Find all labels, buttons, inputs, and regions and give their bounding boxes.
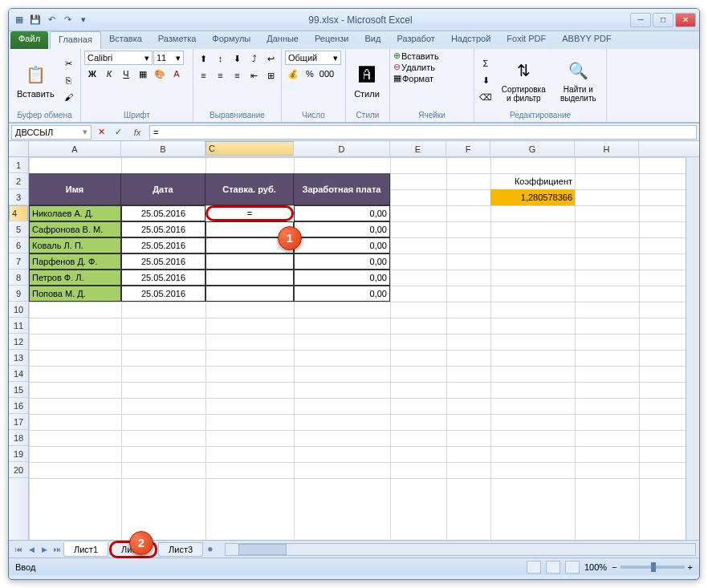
column-header-F[interactable]: F [446, 141, 490, 156]
view-pagelayout-icon[interactable] [546, 561, 560, 574]
cell-C8[interactable] [205, 270, 294, 286]
border-button[interactable]: ▦ [135, 66, 151, 82]
row-header-16[interactable]: 16 [9, 398, 28, 414]
tab-insert[interactable]: Вставка [101, 31, 150, 49]
row-header-14[interactable]: 14 [9, 366, 28, 382]
save-icon[interactable]: 💾 [28, 13, 43, 27]
sheet-tab-1[interactable]: Лист1 [63, 542, 108, 557]
cell-C9[interactable] [205, 286, 294, 302]
row-header-4[interactable]: 4 [9, 205, 28, 221]
cell-B7[interactable]: 25.05.2016 [121, 253, 205, 270]
tab-nav-first-icon[interactable]: ⏮ [12, 543, 25, 556]
cell-A6[interactable]: Коваль Л. П. [29, 237, 121, 253]
zoom-slider[interactable] [621, 566, 685, 569]
orientation-icon[interactable]: ⤴ [246, 51, 262, 67]
row-header-8[interactable]: 8 [9, 270, 28, 286]
zoom-in-icon[interactable]: + [688, 562, 693, 572]
tab-foxit[interactable]: Foxit PDF [498, 31, 554, 49]
tab-abbyy[interactable]: ABBYY PDF [554, 31, 620, 49]
cut-icon[interactable]: ✂ [61, 55, 77, 71]
format-painter-icon[interactable]: 🖌 [61, 89, 77, 105]
align-left-icon[interactable]: ≡ [196, 67, 212, 83]
tab-file[interactable]: Файл [10, 31, 48, 49]
autosum-icon[interactable]: Σ [478, 55, 494, 71]
cell-A2[interactable]: Имя [29, 173, 121, 205]
align-middle-icon[interactable]: ↕ [213, 51, 229, 67]
find-select-button[interactable]: 🔍 Найти и выделить [554, 56, 603, 104]
underline-button[interactable]: Ч [118, 66, 134, 82]
cells-delete-button[interactable]: ⊖Удалить [393, 62, 470, 72]
align-bottom-icon[interactable]: ⬇ [230, 51, 246, 67]
cell-D8[interactable]: 0,00 [294, 270, 390, 286]
indent-dec-icon[interactable]: ⇤ [246, 67, 262, 83]
row-header-7[interactable]: 7 [9, 253, 28, 270]
row-header-19[interactable]: 19 [9, 446, 28, 462]
select-all-corner[interactable] [9, 141, 29, 157]
cell-B6[interactable]: 25.05.2016 [121, 237, 205, 253]
sort-filter-button[interactable]: ⇅ Сортировка и фильтр [495, 56, 552, 104]
maximize-button[interactable]: □ [653, 13, 673, 27]
tab-view[interactable]: Вид [357, 31, 389, 49]
name-box[interactable]: ДВССЫЛ▾ [11, 125, 92, 140]
accept-formula-icon[interactable]: ✓ [110, 125, 126, 140]
cell-D2[interactable]: Заработная плата [294, 173, 390, 205]
fill-icon[interactable]: ⬇ [478, 72, 494, 88]
row-header-13[interactable]: 13 [9, 350, 28, 366]
cell-G2[interactable]: Коэффициент [490, 173, 575, 189]
horizontal-scrollbar[interactable] [225, 543, 696, 556]
styles-button[interactable]: 🅰 Стили [349, 60, 385, 100]
copy-icon[interactable]: ⎘ [61, 72, 77, 88]
cell-C2[interactable]: Ставка. руб. [205, 173, 294, 205]
zoom-control[interactable]: − + [612, 562, 693, 572]
formula-input[interactable]: = [149, 125, 697, 140]
cell-G3[interactable]: 1,280578366 [490, 189, 575, 205]
merge-icon[interactable]: ⊞ [263, 67, 279, 83]
wrap-icon[interactable]: ↩ [263, 51, 279, 67]
tab-nav-next-icon[interactable]: ▶ [38, 543, 51, 556]
cell-D6[interactable]: 0,00 [294, 237, 390, 253]
cell-A9[interactable]: Попова М. Д. [29, 286, 121, 302]
tab-data[interactable]: Данные [258, 31, 307, 49]
font-color-button[interactable]: A [169, 66, 185, 82]
cell-B8[interactable]: 25.05.2016 [121, 270, 205, 286]
cell-A5[interactable]: Сафронова В. М. [29, 221, 121, 237]
comma-icon[interactable]: 000 [319, 66, 335, 82]
undo-icon[interactable]: ↶ [44, 13, 59, 27]
row-header-17[interactable]: 17 [9, 414, 28, 430]
close-button[interactable]: ✕ [675, 13, 696, 27]
row-header-15[interactable]: 15 [9, 382, 28, 398]
tab-nav-prev-icon[interactable]: ◀ [25, 543, 38, 556]
cell-C7[interactable] [205, 253, 294, 270]
row-header-20[interactable]: 20 [9, 462, 28, 478]
column-header-G[interactable]: G [490, 141, 575, 156]
row-header-6[interactable]: 6 [9, 237, 28, 253]
cells-format-button[interactable]: ▦Формат [393, 73, 470, 83]
align-right-icon[interactable]: ≡ [230, 67, 246, 83]
row-header-18[interactable]: 18 [9, 430, 28, 446]
cell-A4[interactable]: Николаев А. Д. [29, 205, 121, 221]
row-header-5[interactable]: 5 [9, 221, 28, 237]
row-header-12[interactable]: 12 [9, 334, 28, 350]
font-family-select[interactable]: Calibri▾ [84, 51, 153, 65]
new-sheet-icon[interactable]: ✸ [204, 543, 217, 556]
column-header-E[interactable]: E [390, 141, 446, 156]
number-format-select[interactable]: Общий▾ [285, 51, 341, 65]
qat-dropdown-icon[interactable]: ▾ [76, 13, 91, 27]
tab-formulas[interactable]: Формулы [204, 31, 258, 49]
align-center-icon[interactable]: ≡ [213, 67, 229, 83]
fx-icon[interactable]: fx [129, 125, 145, 140]
paste-button[interactable]: 📋 Вставить [12, 60, 59, 100]
row-header-10[interactable]: 10 [9, 302, 28, 318]
cell-B4[interactable]: 25.05.2016 [121, 205, 205, 221]
row-header-9[interactable]: 9 [9, 286, 28, 302]
sheet-tab-3[interactable]: Лист3 [158, 542, 203, 557]
cells-insert-button[interactable]: ⊕Вставить [393, 51, 470, 61]
align-top-icon[interactable]: ⬆ [196, 51, 212, 67]
cell-C4[interactable]: = [205, 205, 294, 221]
fill-color-button[interactable]: 🎨 [152, 66, 168, 82]
row-header-2[interactable]: 2 [9, 173, 28, 189]
row-header-11[interactable]: 11 [9, 318, 28, 334]
cell-D4[interactable]: 0,00 [294, 205, 390, 221]
column-header-H[interactable]: H [575, 141, 639, 156]
italic-button[interactable]: К [101, 66, 117, 82]
